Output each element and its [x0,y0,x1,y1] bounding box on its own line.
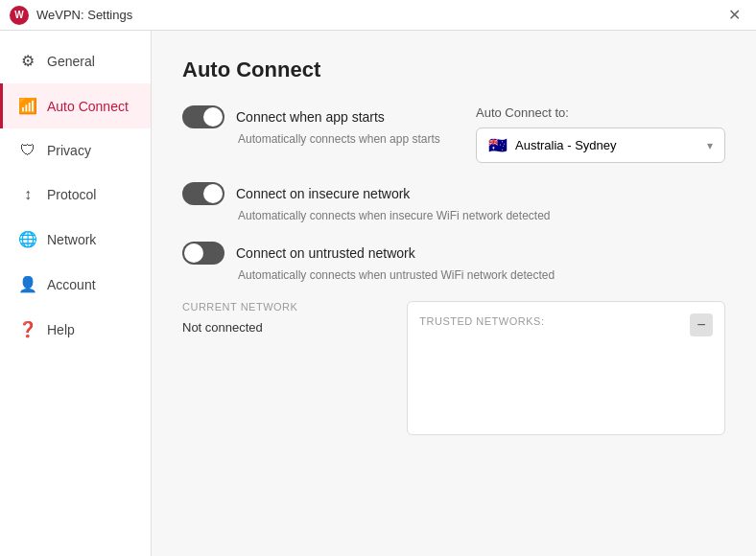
sidebar-item-privacy[interactable]: 🛡 Privacy [0,128,151,173]
auto-connect-to-panel: Auto Connect to: 🇦🇺 Australia - Sydney ▾ [476,105,725,163]
sidebar-label-privacy: Privacy [47,143,91,158]
connect-app-starts-label: Connect when app starts [236,109,385,125]
app-logo: W [10,6,29,25]
connect-app-starts-toggle[interactable] [182,105,224,128]
arrows-icon: ↕ [18,186,37,203]
connect-insecure-desc: Automatically connects when insecure WiF… [238,209,550,222]
wifi-icon: 📶 [18,97,37,115]
help-icon: ❓ [18,320,37,338]
app-title: WeVPN: Settings [36,8,132,22]
gear-icon: ⚙ [18,52,37,70]
content-area: Auto Connect Connect when app starts Aut… [152,31,756,556]
connect-untrusted-toggle[interactable] [182,242,224,265]
remove-trusted-network-button[interactable]: − [690,313,713,336]
toggle-track [182,105,224,128]
selected-location: Australia - Sydney [515,138,617,152]
sidebar-label-help: Help [47,322,75,337]
trusted-networks-box: TRUSTED NETWORKS: − [407,301,725,435]
connect-untrusted-label: Connect on untrusted network [236,245,415,261]
toggle-knob [184,243,203,263]
networks-section: CURRENT NETWORK Not connected TRUSTED NE… [182,301,725,435]
title-bar: W WeVPN: Settings ✕ [0,0,756,31]
title-bar-left: W WeVPN: Settings [10,6,132,25]
auto-connect-to-label: Auto Connect to: [476,105,725,120]
toggle-knob [203,107,223,127]
sidebar-label-network: Network [47,232,96,247]
sidebar-item-general[interactable]: ⚙ General [0,38,151,83]
app-starts-section: Connect when app starts Automatically co… [182,105,725,163]
account-icon: 👤 [18,275,37,293]
sidebar-label-general: General [47,54,95,69]
main-container: ⚙ General 📶 Auto Connect 🛡 Privacy ↕ Pro… [0,31,756,556]
chevron-down-icon: ▾ [707,139,713,152]
trusted-networks-header: TRUSTED NETWORKS: − [419,313,713,336]
page-title: Auto Connect [182,58,725,82]
flag-icon: 🇦🇺 [488,136,508,154]
connect-insecure-label: Connect on insecure network [236,186,410,201]
sidebar-item-auto-connect[interactable]: 📶 Auto Connect [0,83,151,128]
untrusted-network-row: Connect on untrusted network Automatical… [182,242,725,282]
auto-connect-dropdown[interactable]: 🇦🇺 Australia - Sydney ▾ [476,127,725,163]
close-button[interactable]: ✕ [722,4,746,26]
insecure-network-row: Connect on insecure network Automaticall… [182,182,725,222]
sidebar-label-account: Account [47,277,96,292]
dropdown-inner: 🇦🇺 Australia - Sydney [488,136,617,154]
sidebar-label-protocol: Protocol [47,187,96,202]
sidebar-item-account[interactable]: 👤 Account [0,262,151,307]
toggle-track [182,182,224,205]
app-starts-left: Connect when app starts Automatically co… [182,105,453,146]
trusted-networks-label: TRUSTED NETWORKS: [419,315,544,327]
app-starts-toggle-row: Connect when app starts [182,105,453,128]
toggle-track [182,242,224,265]
current-network-box: CURRENT NETWORK Not connected [182,301,391,435]
shield-icon: 🛡 [18,142,37,159]
current-network-label: CURRENT NETWORK [182,301,391,313]
sidebar-label-auto-connect: Auto Connect [47,99,129,114]
sidebar: ⚙ General 📶 Auto Connect 🛡 Privacy ↕ Pro… [0,31,152,556]
insecure-toggle-row: Connect on insecure network [182,182,410,205]
connect-app-starts-desc: Automatically connects when app starts [238,132,453,146]
current-network-value: Not connected [182,320,391,335]
sidebar-item-protocol[interactable]: ↕ Protocol [0,173,151,217]
connect-insecure-toggle[interactable] [182,182,224,205]
untrusted-toggle-row: Connect on untrusted network [182,242,415,265]
network-icon: 🌐 [18,230,37,248]
toggle-knob [203,184,223,203]
sidebar-item-help[interactable]: ❓ Help [0,307,151,352]
sidebar-item-network[interactable]: 🌐 Network [0,217,151,262]
connect-untrusted-desc: Automatically connects when untrusted Wi… [238,268,555,282]
